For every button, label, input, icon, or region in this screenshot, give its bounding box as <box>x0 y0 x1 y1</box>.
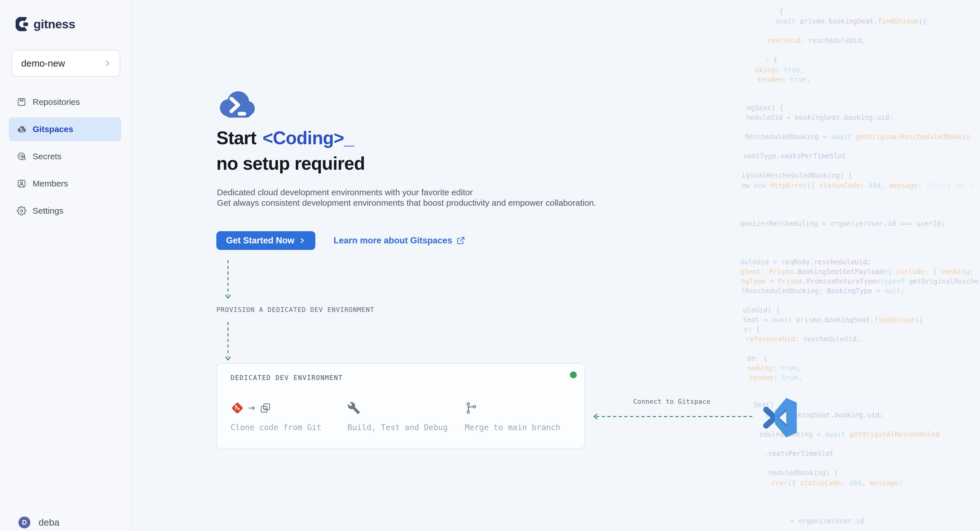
project-name: demo-new <box>21 58 65 69</box>
card-item-build: Build, Test and Debug <box>347 399 448 432</box>
connect-step-label: Connect to Gitspace <box>633 398 711 405</box>
git-icon <box>231 401 244 415</box>
sidebar-item-settings[interactable]: Settings <box>9 199 121 223</box>
sidebar: gitness demo-new Repositories <box>0 0 131 531</box>
sidebar-item-members[interactable]: Members <box>9 172 121 195</box>
project-selector[interactable]: demo-new <box>11 50 120 77</box>
gitness-logo-icon <box>16 17 30 31</box>
build-icons <box>347 399 448 417</box>
description-line2: Get always consistent development enviro… <box>217 198 596 208</box>
sidebar-item-label: Members <box>33 179 68 189</box>
cloud-terminal-hero-icon <box>216 90 257 119</box>
sidebar-item-label: Repositories <box>33 97 80 107</box>
vscode-logo <box>760 397 803 439</box>
page-title-line2: no setup required <box>216 153 365 174</box>
user-name: deba <box>38 517 59 528</box>
status-dot <box>570 371 577 378</box>
title-accent: <Coding>_ <box>262 128 354 148</box>
provision-step-label: PROVISION A DEDICATED DEV ENVIRONMENT <box>216 306 374 313</box>
merge-icons <box>465 399 560 417</box>
book-icon <box>17 97 26 107</box>
gitness-logo: gitness <box>16 17 75 31</box>
chevron-right-icon <box>299 237 306 244</box>
sidebar-item-label: Secrets <box>33 152 62 161</box>
card-item-label: Clone code from Git <box>231 423 321 432</box>
sidebar-item-secrets[interactable]: Secrets <box>9 144 121 168</box>
gear-icon <box>17 206 26 216</box>
fingerprint-lock-icon <box>17 152 26 161</box>
page-title-line1: Start<Coding>_ <box>216 127 354 149</box>
card-item-label: Merge to main branch <box>465 423 560 432</box>
card-item-merge: Merge to main branch <box>465 399 560 432</box>
flow-arrow-left <box>591 412 753 421</box>
get-started-button[interactable]: Get Started Now <box>216 231 315 250</box>
sidebar-item-gitspaces[interactable]: Gitspaces <box>9 117 121 141</box>
user-menu[interactable]: D deba <box>18 516 59 529</box>
card-item-label: Build, Test and Debug <box>347 423 448 432</box>
sidebar-item-repositories[interactable]: Repositories <box>9 90 121 114</box>
clone-icons <box>231 399 321 417</box>
title-prefix: Start <box>216 128 256 148</box>
get-started-label: Get Started Now <box>226 235 294 246</box>
sidebar-item-label: Settings <box>33 206 63 216</box>
arrow-right-icon <box>247 404 257 412</box>
learn-more-link[interactable]: Learn more about Gitspaces <box>334 235 465 246</box>
page-description: Dedicated cloud development environments… <box>217 187 596 208</box>
member-icon <box>17 179 26 189</box>
description-line1: Dedicated cloud development environments… <box>217 187 596 198</box>
sidebar-item-label: Gitspaces <box>33 124 73 134</box>
gitness-app: {await prisma.bookingSeat.findUnique({re… <box>0 0 980 531</box>
flow-arrow-down-2 <box>224 321 232 361</box>
wrench-icon <box>347 401 360 415</box>
clone-repo-icon <box>259 402 271 414</box>
cloud-terminal-icon <box>17 124 26 134</box>
gitspaces-page: Start<Coding>_ no setup required Dedicat… <box>0 0 980 531</box>
chevron-right-icon <box>103 59 112 68</box>
flow-arrow-down-1 <box>224 260 232 300</box>
external-link-icon <box>457 236 465 245</box>
dev-environment-card: DEDICATED DEV ENVIRONMENT <box>216 363 585 449</box>
card-title: DEDICATED DEV ENVIRONMENT <box>231 374 343 381</box>
avatar: D <box>18 516 31 529</box>
learn-more-label: Learn more about Gitspaces <box>334 235 452 246</box>
logo-text: gitness <box>33 17 75 31</box>
card-item-clone: Clone code from Git <box>231 399 321 432</box>
cta-row: Get Started Now Learn more about Gitspac… <box>216 231 465 250</box>
git-branch-icon <box>465 401 478 415</box>
